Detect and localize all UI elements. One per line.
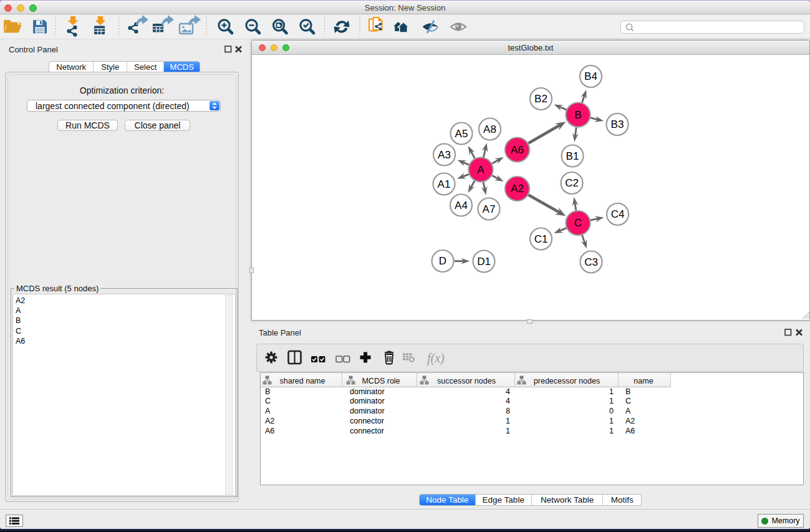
- svg-text:B: B: [574, 109, 581, 121]
- svg-text:C2: C2: [565, 177, 579, 189]
- svg-text:C3: C3: [584, 256, 598, 268]
- svg-text:A6: A6: [511, 144, 524, 156]
- svg-text:A7: A7: [483, 203, 496, 215]
- svg-text:A: A: [477, 164, 485, 176]
- svg-text:B1: B1: [566, 150, 579, 162]
- svg-text:C1: C1: [534, 233, 548, 245]
- svg-text:D1: D1: [477, 256, 491, 268]
- svg-text:A8: A8: [483, 123, 496, 135]
- svg-text:C4: C4: [611, 208, 625, 220]
- svg-text:B2: B2: [534, 93, 547, 105]
- svg-text:A5: A5: [455, 128, 468, 140]
- svg-text:A4: A4: [455, 200, 468, 211]
- svg-text:D: D: [439, 255, 446, 267]
- svg-text:MCDS role: MCDS role: [362, 377, 400, 385]
- svg-text:A2: A2: [511, 183, 524, 195]
- svg-text:shared name: shared name: [280, 377, 325, 385]
- svg-text:B4: B4: [584, 70, 597, 82]
- svg-text:B3: B3: [611, 118, 624, 130]
- svg-text:name: name: [634, 377, 653, 385]
- svg-text:successor nodes: successor nodes: [437, 377, 496, 385]
- svg-text:A3: A3: [438, 149, 451, 161]
- svg-text:predecessor nodes: predecessor nodes: [534, 377, 600, 385]
- svg-text:C: C: [574, 217, 582, 229]
- svg-text:A1: A1: [438, 178, 451, 190]
